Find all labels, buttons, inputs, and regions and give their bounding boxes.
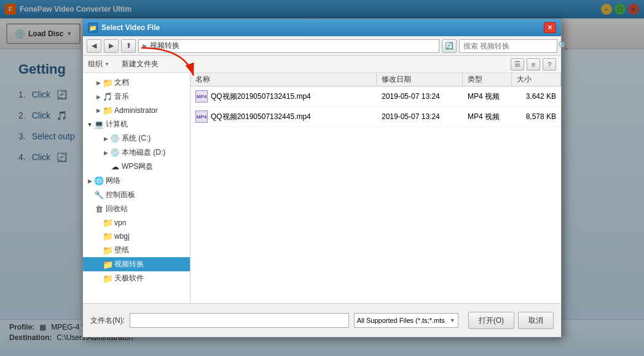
file-list-body: MP4 QQ视频20190507132415.mp4 2019-05-07 13… bbox=[190, 87, 561, 303]
tree-item-wallpaper[interactable]: 📁 壁纸 bbox=[83, 243, 190, 257]
back-button[interactable]: ◀ bbox=[87, 39, 101, 53]
tree-label-d: 本地磁盘 (D:) bbox=[122, 147, 165, 158]
dialog-overlay: 📁 Select Video File × ◀ ▶ ⬆ ▶ 视频转换 🔄 🔍 bbox=[0, 0, 644, 356]
tree-item-documents[interactable]: ▶ 📁 文档 bbox=[83, 75, 190, 90]
organize-arrow: ▼ bbox=[104, 61, 109, 67]
file-size-2: 8,578 KB bbox=[512, 111, 561, 122]
tree-label-music: 音乐 bbox=[114, 91, 129, 102]
folder-icon-wallpaper: 📁 bbox=[103, 246, 112, 255]
tree-arrow-c: ▶ bbox=[101, 134, 110, 143]
tree-item-video[interactable]: 📁 视频转换 bbox=[83, 257, 190, 271]
file-name-1: MP4 QQ视频20190507132415.mp4 bbox=[190, 89, 377, 104]
file-row-2[interactable]: MP4 QQ视频20190507132445.mp4 2019-05-07 13… bbox=[190, 107, 561, 127]
filename-label: 文件名(N): bbox=[90, 315, 125, 326]
col-header-name: 名称 bbox=[190, 73, 377, 86]
app-window: F FonePaw Video Converter Ultim − □ × 💿 … bbox=[0, 0, 644, 356]
search-icon[interactable]: 🔍 bbox=[558, 41, 568, 50]
tree-label-vpn: vpn bbox=[114, 219, 126, 227]
folder-icon-vpn: 📁 bbox=[103, 218, 112, 228]
file-list-header: 名称 修改日期 类型 大小 bbox=[190, 73, 561, 87]
tree-item-recycle[interactable]: 🗑 回收站 bbox=[83, 202, 190, 216]
tree-item-administrator[interactable]: ▶ 📁 Administrator bbox=[83, 104, 190, 117]
tree-arrow-vpn bbox=[94, 219, 103, 227]
tree-arrow-video bbox=[94, 260, 103, 269]
tree-arrow-d: ▶ bbox=[101, 149, 110, 157]
tree-item-vpn[interactable]: 📁 vpn bbox=[83, 216, 190, 230]
tree-label-computer: 计算机 bbox=[106, 119, 128, 130]
dialog-close-button[interactable]: × bbox=[544, 22, 556, 33]
tree-arrow-wallpaper bbox=[94, 246, 103, 255]
tree-label-recycle: 回收站 bbox=[106, 204, 128, 214]
view-buttons: ☰ ≡ ? bbox=[511, 58, 556, 71]
new-folder-menu[interactable]: 新建文件夹 bbox=[122, 59, 159, 69]
disk-icon-c: 💿 bbox=[110, 134, 120, 144]
tree-label-tianjixr: 天极软件 bbox=[114, 273, 144, 284]
view-details-button[interactable]: ≡ bbox=[527, 58, 540, 71]
tree-item-c-drive[interactable]: ▶ 💿 系统 (C:) bbox=[83, 131, 190, 145]
file-row-1[interactable]: MP4 QQ视频20190507132415.mp4 2019-05-07 13… bbox=[190, 87, 561, 107]
folder-icon-tianjixr: 📁 bbox=[103, 274, 112, 284]
dialog-title-bar: 📁 Select Video File × bbox=[83, 19, 561, 36]
tree-item-music[interactable]: ▶ 🎵 音乐 bbox=[83, 90, 190, 104]
tree-label-video: 视频转换 bbox=[114, 259, 144, 269]
tree-item-wps[interactable]: ☁ WPS网盘 bbox=[83, 160, 190, 174]
cancel-button[interactable]: 取消 bbox=[518, 312, 554, 329]
folder-icon-documents: 📁 bbox=[103, 78, 112, 88]
view-list-button[interactable]: ☰ bbox=[511, 58, 524, 71]
up-button[interactable]: ⬆ bbox=[121, 39, 136, 53]
organize-menu[interactable]: 组织 ▼ bbox=[88, 59, 109, 69]
tree-item-network[interactable]: ▶ 🌐 网络 bbox=[83, 174, 190, 188]
tree-label-wbgj: wbgj bbox=[114, 232, 130, 241]
tree-arrow-computer: ▼ bbox=[85, 120, 94, 129]
tree-arrow-music: ▶ bbox=[94, 93, 103, 101]
tree-item-computer[interactable]: ▼ 💻 计算机 bbox=[83, 117, 190, 131]
folder-icon-music: 🎵 bbox=[103, 92, 112, 102]
tree-label-wps: WPS网盘 bbox=[122, 161, 153, 172]
dialog-title-left: 📁 Select Video File bbox=[88, 23, 160, 33]
dialog-action-buttons: 打开(O) 取消 bbox=[468, 312, 554, 329]
filetype-select[interactable]: All Supported Files (*.ts;*.mts ▼ bbox=[354, 313, 458, 328]
network-icon: 🌐 bbox=[94, 176, 104, 186]
tree-label-administrator: Administrator bbox=[114, 106, 158, 115]
filename-input[interactable] bbox=[130, 313, 349, 328]
search-input[interactable] bbox=[463, 42, 556, 50]
view-help-button[interactable]: ? bbox=[543, 58, 556, 71]
address-bar: ▶ 视频转换 bbox=[138, 39, 439, 53]
file-date-2: 2019-05-07 13:24 bbox=[377, 111, 463, 122]
tree-item-d-drive[interactable]: ▶ 💿 本地磁盘 (D:) bbox=[83, 145, 190, 160]
refresh-button[interactable]: 🔄 bbox=[442, 39, 457, 53]
organize-label: 组织 bbox=[88, 59, 103, 69]
tree-arrow-network: ▶ bbox=[85, 177, 94, 185]
folder-icon-administrator: 📁 bbox=[103, 106, 112, 115]
file-name-2: MP4 QQ视频20190507132445.mp4 bbox=[190, 109, 377, 124]
cloud-icon-wps: ☁ bbox=[110, 162, 120, 172]
tree-arrow-wbgj bbox=[94, 232, 103, 241]
recycle-icon: 🗑 bbox=[94, 204, 104, 214]
col-header-date: 修改日期 bbox=[377, 73, 463, 86]
tree-arrow-control bbox=[85, 191, 94, 199]
tree-arrow-documents: ▶ bbox=[94, 79, 103, 87]
tree-item-tianjixr[interactable]: 📁 天极软件 bbox=[83, 271, 190, 285]
file-panel: 名称 修改日期 类型 大小 bbox=[190, 73, 561, 303]
filetype-arrow: ▼ bbox=[450, 317, 455, 323]
tree-item-control-panel[interactable]: 🔧 控制面板 bbox=[83, 188, 190, 202]
tree-arrow-administrator: ▶ bbox=[94, 106, 103, 115]
address-separator: ▶ bbox=[143, 42, 147, 49]
tree-label-network: 网络 bbox=[106, 176, 120, 186]
disk-icon-d: 💿 bbox=[110, 148, 120, 158]
tree-item-wbgj[interactable]: 📁 wbgj bbox=[83, 230, 190, 243]
file-date-1: 2019-05-07 13:24 bbox=[377, 91, 463, 102]
tree-label-documents: 文档 bbox=[114, 77, 129, 88]
dialog-body: ▶ 📁 文档 ▶ 🎵 音乐 ▶ 📁 Administrator bbox=[83, 73, 561, 303]
tree-arrow-tianjixr bbox=[94, 274, 103, 283]
dialog-title-text: Select Video File bbox=[101, 23, 160, 32]
dialog-menubar: 组织 ▼ 新建文件夹 ☰ ≡ ? bbox=[83, 56, 561, 73]
dialog-icon: 📁 bbox=[88, 23, 98, 33]
tree-label-wallpaper: 壁纸 bbox=[114, 245, 129, 255]
forward-button[interactable]: ▶ bbox=[104, 39, 119, 53]
col-header-size: 大小 bbox=[512, 73, 561, 86]
open-button[interactable]: 打开(O) bbox=[468, 312, 514, 329]
mp4-icon-1: MP4 bbox=[195, 90, 208, 103]
col-header-type: 类型 bbox=[463, 73, 512, 86]
tree-panel: ▶ 📁 文档 ▶ 🎵 音乐 ▶ 📁 Administrator bbox=[83, 73, 190, 303]
